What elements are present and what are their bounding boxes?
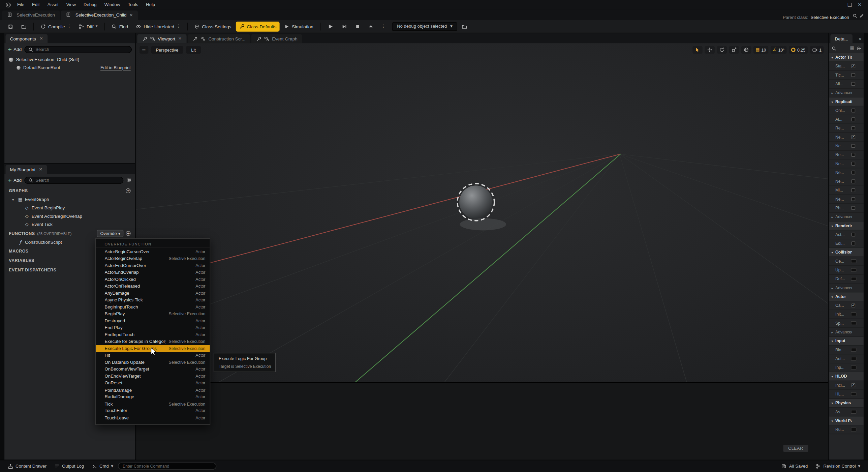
property-control[interactable] [851, 126, 856, 130]
override-menu-item[interactable]: Tick Selective Execution [96, 401, 210, 408]
my-blueprint-search-input[interactable] [35, 178, 120, 183]
property-control[interactable] [851, 268, 856, 272]
menu-item[interactable]: Window [100, 0, 124, 9]
display-filter-icon[interactable] [850, 46, 854, 50]
add-blueprint-item-button[interactable]: Add [8, 178, 22, 183]
override-menu-item[interactable]: ActorEndOverlap Actor [96, 269, 210, 276]
override-menu-item[interactable]: EndInputTouch Actor [96, 331, 210, 338]
details-row[interactable]: Replication [829, 97, 864, 106]
functions-section-header[interactable]: FUNCTIONS (25 OVERRIDABLE) Override [4, 229, 135, 238]
eject-button[interactable] [365, 21, 377, 31]
details-row[interactable]: Ne... [829, 159, 864, 168]
add-graph-icon[interactable] [126, 188, 131, 194]
menu-item[interactable]: Tools [124, 0, 142, 9]
restore-icon[interactable] [845, 2, 855, 7]
components-search-input[interactable] [35, 47, 128, 52]
panel-tab[interactable]: Construction Scr... [188, 34, 250, 43]
details-row[interactable]: Actor [829, 292, 864, 301]
override-menu-item[interactable]: PointDamage Actor [96, 387, 210, 394]
property-control[interactable] [851, 109, 856, 113]
stop-button[interactable] [351, 21, 364, 31]
my-blueprint-search[interactable] [24, 176, 123, 183]
details-row[interactable]: Ge... [829, 257, 864, 266]
details-row[interactable]: Init... [829, 310, 864, 319]
all-saved-button[interactable]: All Saved [778, 462, 811, 470]
tab-close-icon[interactable] [39, 36, 43, 41]
override-menu-item[interactable]: OnEndViewTarget Actor [96, 373, 210, 380]
details-row[interactable]: Advanced [829, 213, 864, 222]
details-row[interactable]: World Parti [829, 416, 864, 425]
property-control[interactable] [851, 162, 856, 166]
details-row[interactable]: Re... [829, 124, 864, 133]
menu-item[interactable]: Help [142, 0, 159, 9]
details-row[interactable]: Sp... [829, 319, 864, 328]
details-row[interactable]: Ne... [829, 177, 864, 186]
property-control[interactable] [851, 241, 856, 245]
property-control[interactable] [851, 259, 856, 263]
override-menu-item[interactable]: ActorOnClicked Actor [96, 276, 210, 283]
diff-button[interactable]: Diff [75, 21, 101, 31]
component-scene-root-item[interactable]: DefaultSceneRoot Edit in Blueprint [4, 64, 135, 72]
my-blueprint-tab[interactable]: My Blueprint [5, 165, 47, 174]
find-button[interactable]: Find [108, 21, 131, 31]
grid-snap-button[interactable]: 10 [753, 46, 768, 54]
browse-asset-button[interactable] [18, 21, 30, 31]
details-row[interactable]: As... [829, 408, 864, 416]
override-menu-item[interactable]: ActorBeginOverlap Selective Execution [96, 255, 210, 262]
cmd-button[interactable]: Cmd [88, 462, 117, 470]
add-component-button[interactable]: Add [8, 47, 22, 52]
details-row[interactable]: Act... [829, 230, 864, 239]
add-function-icon[interactable] [126, 231, 131, 236]
simulation-button[interactable]: Simulation [281, 21, 316, 31]
details-row[interactable]: Ph... [829, 204, 864, 213]
details-row[interactable]: Edi... [829, 239, 864, 248]
minimize-icon[interactable] [835, 2, 845, 7]
override-menu-item[interactable]: Execute for Groups in Category Selective… [96, 338, 210, 345]
graph-tree-item[interactable]: ▾ EventGraph [4, 196, 135, 204]
details-tab[interactable]: Deta... [830, 34, 852, 43]
property-control[interactable] [851, 64, 856, 68]
frame-skip-button[interactable] [338, 21, 350, 31]
menu-item[interactable]: File [13, 0, 28, 9]
details-row[interactable]: Re... [829, 151, 864, 159]
details-row[interactable]: Advanced [829, 284, 864, 292]
search-parent-class-icon[interactable] [852, 13, 858, 18]
view-mode-button[interactable]: Lit [186, 46, 200, 54]
browse-debug-object-button[interactable] [459, 21, 471, 31]
override-menu-item[interactable]: BeginPlay Selective Execution [96, 311, 210, 318]
asset-tab[interactable]: SelectiveExecution [2, 10, 60, 20]
graphs-section-header[interactable]: GRAPHS [4, 186, 135, 196]
property-control[interactable] [851, 188, 856, 193]
details-row[interactable]: HLOD [829, 372, 864, 381]
details-row[interactable]: Blo... [829, 346, 864, 354]
details-settings-gear-icon[interactable] [857, 46, 862, 51]
details-row[interactable]: Ne... [829, 133, 864, 142]
viewport-options-button[interactable] [140, 46, 148, 54]
graph-tree-item[interactable]: ▾ Event Tick [4, 220, 135, 229]
graph-tree-item[interactable]: ▾ Event BeginPlay [4, 204, 135, 212]
details-row[interactable]: Inp... [829, 363, 864, 372]
edit-parent-class-icon[interactable] [859, 13, 864, 18]
override-menu-item[interactable]: OnReset Actor [96, 380, 210, 387]
details-row[interactable]: Rendering [829, 222, 864, 230]
3d-viewport[interactable]: Perspective Lit 10 10° 0.25 1 [136, 43, 828, 382]
compile-options-icon[interactable] [67, 24, 71, 28]
compile-button[interactable]: Compile [37, 21, 74, 31]
details-row[interactable]: Ru... [829, 425, 864, 434]
property-control[interactable] [851, 410, 856, 414]
expander-icon[interactable]: ▾ [12, 198, 16, 201]
override-menu-item[interactable]: ActorBeginCursorOver Actor [96, 248, 210, 255]
property-control[interactable] [851, 365, 856, 370]
rotation-snap-button[interactable]: 10° [770, 46, 786, 54]
property-control[interactable] [851, 383, 856, 387]
override-menu-item[interactable]: On Datahub Update Selective Execution [96, 359, 210, 366]
move-tool-button[interactable] [705, 46, 715, 54]
property-control[interactable] [851, 277, 856, 281]
property-control[interactable] [851, 117, 856, 121]
property-control[interactable] [851, 171, 856, 175]
override-menu-item[interactable]: Destroyed Actor [96, 317, 210, 324]
details-row[interactable]: HL... [829, 390, 864, 399]
content-drawer-button[interactable]: Content Drawer [4, 462, 50, 470]
property-control[interactable] [851, 153, 856, 157]
property-control[interactable] [851, 135, 856, 139]
